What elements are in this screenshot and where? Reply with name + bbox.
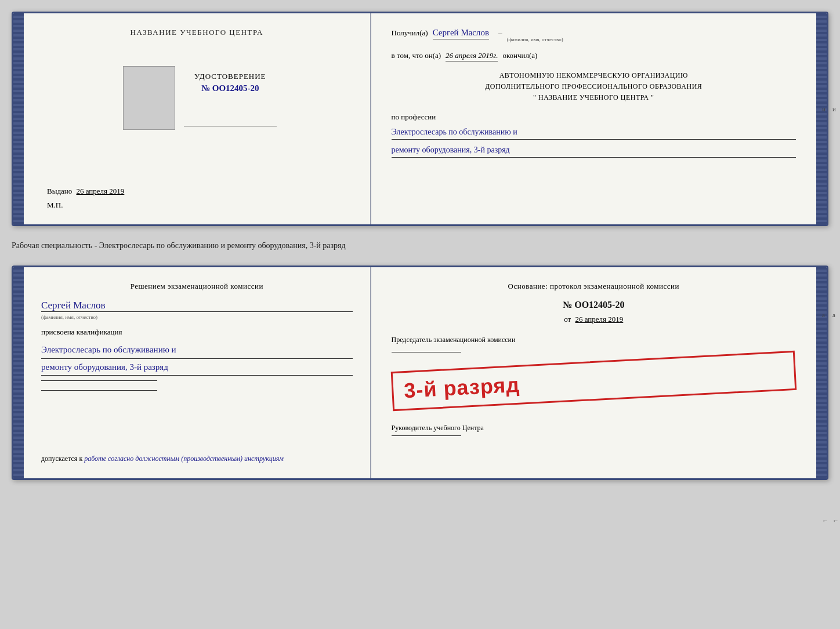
bottom-left-spine [13, 267, 24, 478]
org-line1: АВТОНОМНУЮ НЕКОММЕРЧЕСКУЮ ОРГАНИЗАЦИЮ [392, 70, 796, 81]
org-block: АВТОНОМНУЮ НЕКОММЕРЧЕСКУЮ ОРГАНИЗАЦИЮ ДО… [392, 70, 796, 104]
vtom-line: в том, что он(а) 26 апреля 2019г. окончи… [392, 51, 796, 61]
rukovoditel-label: Руководитель учебного Центра [392, 424, 796, 432]
fio-subtitle-top: (фамилия, имя, отчество) [507, 31, 563, 42]
cert-number-top: № OO12405-20 [184, 83, 277, 93]
top-certificate-book: НАЗВАНИЕ УЧЕБНОГО ЦЕНТРА УДОСТОВЕРЕНИЕ №… [12, 12, 828, 226]
ot-date: 26 апреля 2019 [575, 315, 623, 323]
poluchil-name: Сергей Маслов [433, 28, 489, 39]
bottom-name: Сергей Маслов [41, 300, 353, 312]
profession-line2: ремонту оборудования, 3-й разряд [392, 143, 796, 158]
dopuskaetsya-block: допускается к работе согласно должностны… [41, 453, 353, 464]
osnovanie-title: Основание: протокол экзаменационной коми… [392, 282, 796, 291]
bottom-fio-subtitle: (фамилия, имя, отчество) [41, 314, 353, 320]
top-cert-left-page: НАЗВАНИЕ УЧЕБНОГО ЦЕНТРА УДОСТОВЕРЕНИЕ №… [24, 13, 371, 224]
vtom-label: в том, что он(а) [392, 51, 441, 60]
bottom-cert-number: № OO12405-20 [392, 300, 796, 310]
org-line2: ДОПОЛНИТЕЛЬНОГО ПРОФЕССИОНАЛЬНОГО ОБРАЗО… [392, 81, 796, 92]
udostoverenie-label: УДОСТОВЕРЕНИЕ [184, 72, 277, 81]
qual-line2: ремонту оборудования, 3-й разряд [41, 359, 353, 376]
received-line: Получил(а) Сергей Маслов – (фамилия, имя… [392, 28, 796, 42]
mp-label: М.П. [47, 201, 63, 210]
vtom-date: 26 апреля 2019г. [446, 51, 498, 61]
bottom-certificate-book: Решением экзаменационной комиссии Сергей… [12, 266, 828, 480]
vydano-line: Выдано 26 апреля 2019 [47, 187, 124, 196]
bottom-cert-left-page: Решением экзаменационной комиссии Сергей… [24, 267, 371, 478]
rukovoditel-sign-line [392, 435, 461, 436]
ot-label: от [564, 315, 571, 323]
left-spine-decoration [13, 13, 24, 224]
vydano-date: 26 апреля 2019 [77, 187, 125, 195]
vydano-label: Выдано [47, 187, 72, 195]
udostoverenie-block: УДОСТОВЕРЕНИЕ № OO12405-20 [184, 72, 277, 130]
stamp-text: 3-й разряд [403, 373, 520, 402]
predsedatel-label: Председатель экзаменационной комиссии [392, 336, 796, 344]
org-line3: " НАЗВАНИЕ УЧЕБНОГО ЦЕНТРА " [392, 92, 796, 103]
photo-placeholder [123, 66, 175, 130]
profession-line1: Электрослесарь по обслуживанию и [392, 125, 796, 140]
poluchil-label: Получил(а) [392, 28, 428, 38]
bottom-cert-right-page: Основание: протокол экзаменационной коми… [371, 267, 816, 478]
dopuskaetsya-text: работе согласно должностным (производств… [84, 455, 284, 463]
stamp-box: 3-й разряд [390, 351, 796, 411]
qual-line1: Электрослесарь по обслуживанию и [41, 341, 353, 359]
ot-line: от 26 апреля 2019 [392, 315, 796, 324]
dopuskaetsya-label: допускается к [41, 455, 82, 463]
okonchil-label: окончил(а) [502, 51, 537, 60]
top-left-title: НАЗВАНИЕ УЧЕБНОГО ЦЕНТРА [131, 28, 263, 37]
po-professii-label: по профессии [392, 112, 796, 122]
resheniem-title: Решением экзаменационной комиссии [41, 282, 353, 291]
prisvoena-label: присвоена квалификация [41, 328, 353, 337]
top-cert-right-page: Получил(а) Сергей Маслов – (фамилия, имя… [371, 13, 816, 224]
separator-text: Рабочая специальность - Электрослесарь п… [12, 237, 828, 255]
predsedatel-sign-line [392, 352, 461, 352]
